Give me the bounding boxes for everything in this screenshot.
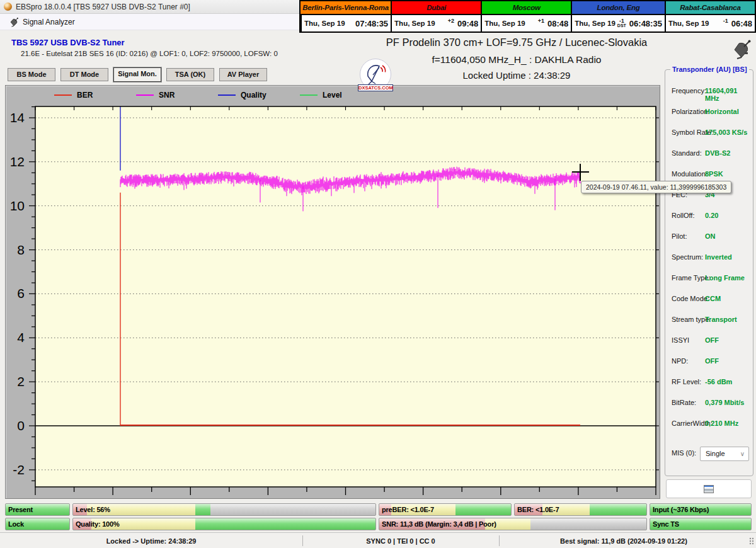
clock-name-rabat: Rabat-Casablanca xyxy=(665,1,755,15)
legend-item-quality: Quality xyxy=(218,89,300,101)
transponder-row: Spectrum:Inverted xyxy=(665,253,753,274)
resize-grip[interactable] xyxy=(748,536,755,546)
clock-name-dubai: Dubai xyxy=(391,1,481,15)
tuner-subtitle: 21.6E - Eutelsat 21B SES 16 (ID: 0216) @… xyxy=(21,50,278,57)
clock-time-dubai: Thu, Sep 19 +2 09:48 xyxy=(391,15,481,31)
mis-select[interactable]: Single ∨ xyxy=(700,447,749,461)
status-ber: BER: <1.0E-7 xyxy=(514,503,647,516)
status-present: Present xyxy=(5,503,70,516)
transponder-row: BitRate:0,379 Mbit/s xyxy=(665,399,753,420)
dxsatcs-logo-text: DXSATCS.COM xyxy=(358,84,393,91)
dxsatcs-logo: DXSATCS.COM xyxy=(358,59,393,91)
clock-offset: +2 xyxy=(448,18,454,24)
clock-offset: +1 xyxy=(538,18,544,24)
window-title: EBSpro 18.0.0.4 [TBS 5927 USB DVB-S2 Tun… xyxy=(16,3,190,11)
svg-text:12: 12 xyxy=(10,154,25,169)
legend-line-quality xyxy=(218,94,236,96)
transponder-title: Transponder (AU) [BS] xyxy=(670,66,749,73)
clock-offset-dst: -1 DST xyxy=(617,19,626,28)
transponder-row: RF Level:-56 dBm xyxy=(665,378,753,399)
transponder-row: NPD:OFF xyxy=(665,357,753,378)
bottom-status-bar: Locked -> Uptime: 24:38:29 SYNC 0 | TEI … xyxy=(0,532,756,548)
dxsatcs-dish-icon xyxy=(363,62,388,86)
transponder-row: Code Mode:CCM xyxy=(665,295,753,316)
clock-offset: -1 xyxy=(723,18,728,24)
ebspro-window: EBSpro 18.0.0.4 [TBS 5927 USB DVB-S2 Tun… xyxy=(0,0,756,548)
statusbar-sync-counters: SYNC 0 | TEI 0 | CC 0 xyxy=(302,533,499,548)
clock-name-moscow: Moscow xyxy=(481,1,571,15)
legend-line-ber xyxy=(54,94,72,96)
status-preber: preBER: <1.0E-7 xyxy=(379,503,512,516)
statusbar-uptime: Locked -> Uptime: 24:38:29 xyxy=(0,533,302,548)
signal-chart[interactable]: 14121086420-2 xyxy=(6,86,661,499)
transponder-panel: Transponder (AU) [BS] Frequency:11604,09… xyxy=(665,69,753,476)
chart-legend: BER SNR Quality Level xyxy=(54,89,382,101)
mis-row: MIS (0): Single ∨ xyxy=(665,447,753,462)
status-sync-ts: Sync TS xyxy=(650,518,752,530)
crosshair-cursor xyxy=(580,164,581,181)
svg-text:6: 6 xyxy=(17,286,25,300)
svg-text:14: 14 xyxy=(10,110,25,125)
clock-time-moscow: Thu, Sep 19 +1 08:48 xyxy=(481,15,571,31)
frequency-line: f=11604,050 MHz_H_ : DAKHLA Radio xyxy=(384,54,649,66)
transponder-row: RollOff:0.20 xyxy=(665,212,753,232)
antenna-line: PF Prodelin 370 cm+ LOF=9.75 GHz / Lucen… xyxy=(384,37,649,49)
world-clocks: Berlin-Paris-Vienna-Roma Thu, Sep 19 07:… xyxy=(299,0,756,33)
menu-item-label: Signal Analyzer xyxy=(23,18,75,26)
transponder-row: Pilot:ON xyxy=(665,232,753,253)
chart-tooltip: 2024-09-19 07.46.11, value: 11,399999618… xyxy=(581,181,731,193)
transponder-row: Stream type:Transport xyxy=(665,316,753,336)
legend-item-ber: BER xyxy=(54,89,136,101)
tuner-title: TBS 5927 USB DVB-S2 Tuner xyxy=(11,38,125,47)
svg-text:0: 0 xyxy=(17,418,25,433)
statusbar-best-signal: Best signal: 11,9 dB (2024-09-19 01:22) xyxy=(499,533,748,548)
clock-name-london: London, Eng xyxy=(571,1,665,15)
transponder-row: FEC:3/4 xyxy=(665,191,753,212)
status-level: Level: 56% xyxy=(72,503,376,516)
stacked-bars-icon xyxy=(704,485,714,493)
signal-chart-panel[interactable]: 14121086420-2 BER SNR Quality Level xyxy=(5,85,660,499)
transponder-row: Frame Type:Long Frame xyxy=(665,274,753,295)
menu-item-signal-analyzer[interactable]: Signal Analyzer xyxy=(5,16,79,28)
transponder-row: Symbol Rate:175,003 KS/s xyxy=(665,128,753,149)
svg-text:2: 2 xyxy=(17,374,25,389)
transponder-row: CarrierWidth:0,210 MHz xyxy=(665,420,753,440)
legend-line-snr xyxy=(136,94,154,96)
transponder-row: ISSYIOFF xyxy=(665,336,753,357)
tab-signal-mon[interactable]: Signal Mon. xyxy=(113,67,161,82)
transponder-rows: Frequency:11604,091 MHz Polarization:Hor… xyxy=(665,87,753,440)
tab-av-player[interactable]: AV Player xyxy=(219,68,267,81)
app-icon xyxy=(4,3,12,11)
svg-text:10: 10 xyxy=(10,198,25,213)
record-save-button[interactable] xyxy=(666,479,752,498)
satellite-icon xyxy=(731,38,752,60)
clock-name-berlin: Berlin-Paris-Vienna-Roma xyxy=(301,1,391,15)
legend-line-level xyxy=(300,94,318,96)
transponder-row: Standard:DVB-S2 xyxy=(665,149,753,170)
status-lock: Lock xyxy=(5,518,70,530)
legend-item-snr: SNR xyxy=(136,89,218,101)
tab-bs-mode[interactable]: BS Mode xyxy=(8,68,55,81)
svg-text:-2: -2 xyxy=(13,462,25,477)
clock-time-berlin: Thu, Sep 19 07:48:35 xyxy=(301,15,391,31)
status-input: Input (~376 Kbps) xyxy=(650,503,752,516)
status-quality: Quality: 100% xyxy=(72,518,376,530)
satellite-dish-icon xyxy=(9,17,19,27)
transponder-row: Polarization:Horizontal xyxy=(665,108,753,128)
antenna-header: PF Prodelin 370 cm+ LOF=9.75 GHz / Lucen… xyxy=(384,37,649,81)
tab-dt-mode[interactable]: DT Mode xyxy=(60,68,108,81)
tab-tsa[interactable]: TSA (OK) xyxy=(166,68,214,81)
clock-time-rabat: Thu, Sep 19 -1 06:48 xyxy=(665,15,755,31)
transponder-row: Frequency:11604,091 MHz xyxy=(665,87,753,108)
status-snr: SNR: 11,3 dB (Margin: 3,4 dB | Poor) xyxy=(379,518,647,530)
uptime-line: Locked Uptime : 24:38:29 xyxy=(384,70,649,81)
clock-time-london: Thu, Sep 19 -1 DST 06:48:35 xyxy=(571,15,665,31)
svg-text:8: 8 xyxy=(17,243,25,257)
svg-text:4: 4 xyxy=(17,330,25,345)
chevron-down-icon: ∨ xyxy=(740,447,745,460)
